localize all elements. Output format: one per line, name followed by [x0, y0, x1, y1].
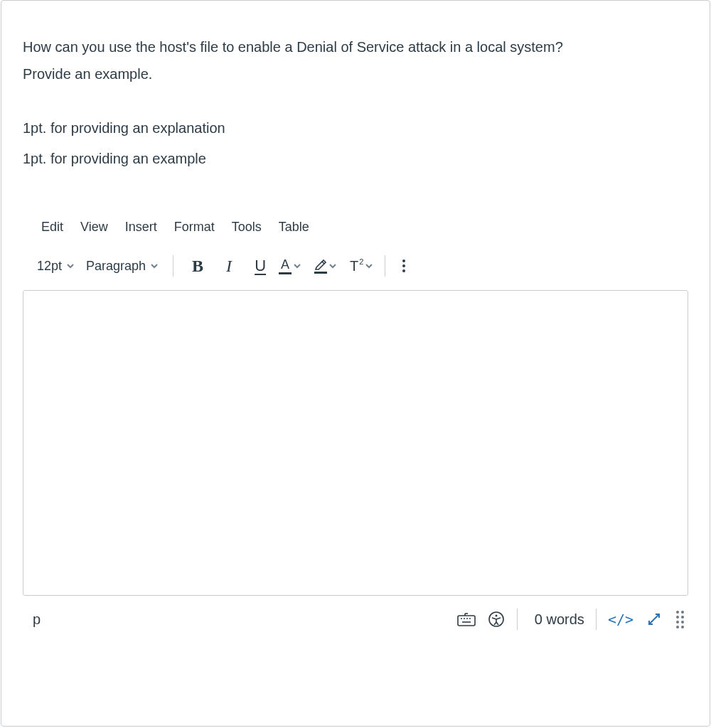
- font-size-value: 12pt: [37, 259, 62, 274]
- html-view-toggle[interactable]: </>: [608, 611, 634, 628]
- italic-button[interactable]: I: [215, 253, 243, 279]
- italic-icon: I: [226, 257, 232, 276]
- accessibility-checker-button[interactable]: [484, 609, 508, 630]
- underline-icon: U: [255, 257, 266, 275]
- statusbar-separator: [596, 609, 597, 630]
- question-line-1: How can you use the host's file to enabl…: [23, 36, 688, 58]
- editor-content-area[interactable]: [23, 290, 688, 596]
- question-text: How can you use the host's file to enabl…: [23, 36, 688, 85]
- element-path[interactable]: p: [33, 611, 41, 628]
- toolbar-separator: [385, 255, 385, 277]
- question-card: How can you use the host's file to enabl…: [1, 0, 710, 727]
- font-size-dropdown[interactable]: 12pt: [33, 256, 79, 277]
- chevron-down-icon: [293, 262, 301, 270]
- chevron-down-icon: [66, 259, 75, 274]
- menu-insert[interactable]: Insert: [117, 217, 166, 237]
- underline-button[interactable]: U: [246, 253, 274, 279]
- word-count[interactable]: 0 words: [535, 611, 584, 628]
- question-area: How can you use the host's file to enabl…: [1, 1, 710, 188]
- question-line-2: Provide an example.: [23, 63, 688, 85]
- keyboard-shortcuts-button[interactable]: [454, 609, 479, 630]
- editor-toolbar: 12pt Paragraph B I U: [23, 245, 688, 290]
- editor-menubar: Edit View Insert Format Tools Table: [23, 210, 688, 245]
- superscript-dropdown[interactable]: T2: [348, 258, 375, 274]
- chevron-down-icon: [328, 262, 337, 270]
- menu-tools[interactable]: Tools: [223, 217, 270, 237]
- toolbar-separator: [173, 255, 173, 277]
- highlighter-icon: [314, 259, 327, 274]
- more-options-button[interactable]: [395, 259, 412, 272]
- menu-view[interactable]: View: [72, 217, 117, 237]
- svg-point-9: [495, 615, 497, 617]
- menu-table[interactable]: Table: [270, 217, 318, 237]
- block-format-value: Paragraph: [86, 259, 146, 274]
- text-color-dropdown[interactable]: A: [277, 258, 303, 274]
- block-format-dropdown[interactable]: Paragraph: [82, 256, 163, 277]
- bold-icon: B: [192, 257, 203, 276]
- rubric-line-2: 1pt. for providing an example: [23, 151, 688, 167]
- rich-text-editor: Edit View Insert Format Tools Table 12pt…: [23, 210, 688, 637]
- svg-line-10: [649, 614, 659, 624]
- editor-statusbar: p: [23, 596, 688, 637]
- rubric-line-1: 1pt. for providing an explanation: [23, 120, 688, 136]
- resize-handle[interactable]: [676, 611, 684, 628]
- bold-button[interactable]: B: [183, 253, 212, 279]
- text-color-icon: A: [279, 258, 292, 274]
- svg-rect-0: [458, 616, 475, 626]
- chevron-down-icon: [150, 259, 159, 274]
- menu-format[interactable]: Format: [166, 217, 223, 237]
- rubric: 1pt. for providing an explanation 1pt. f…: [23, 120, 688, 167]
- superscript-icon: T2: [350, 258, 363, 274]
- statusbar-separator: [517, 609, 518, 630]
- menu-edit[interactable]: Edit: [33, 217, 72, 237]
- chevron-down-icon: [365, 262, 373, 270]
- fullscreen-button[interactable]: [642, 609, 666, 630]
- highlight-color-dropdown[interactable]: [313, 259, 338, 274]
